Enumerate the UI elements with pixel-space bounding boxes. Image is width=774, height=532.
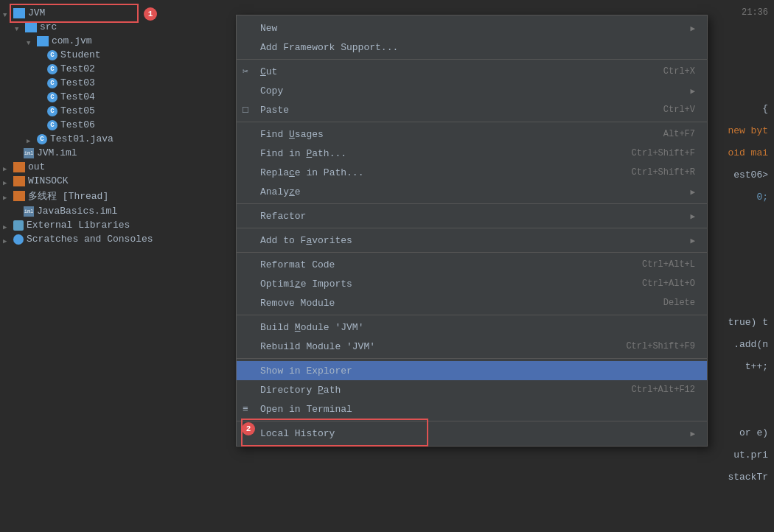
code-stack: stackTr [728, 472, 768, 483]
sidebar-item-label: Scratches and Consoles [27, 234, 153, 245]
menu-item-cut[interactable]: ✂ Cut Ctrl+X [237, 62, 707, 81]
menu-label-favorites: Add to Favorites [260, 235, 684, 246]
menu-item-add-framework[interactable]: Add Framework Support... [237, 38, 707, 57]
menu-item-dir-path[interactable]: Directory Path Ctrl+Alt+F12 [237, 380, 707, 399]
code-true: true) t [728, 317, 768, 328]
sidebar-item-label: Test04 [60, 91, 95, 102]
iml-icon: iml [24, 206, 34, 217]
menu-item-find-path[interactable]: Find in Path... Ctrl+Shift+F [237, 144, 707, 163]
java-icon: C [47, 120, 57, 130]
arrow-icon [27, 37, 35, 46]
iml-icon: iml [24, 148, 34, 158]
menu-label-add-framework: Add Framework Support... [260, 42, 695, 53]
menu-separator [237, 358, 707, 359]
menu-shortcut-rebuild: Ctrl+Shift+F9 [626, 341, 695, 351]
java-icon: C [47, 50, 57, 60]
scratches-icon [13, 234, 24, 245]
menu-item-analyze[interactable]: Analyze ▶ [237, 182, 707, 201]
sidebar-item-label: Test03 [60, 77, 95, 88]
java-icon: C [47, 64, 57, 74]
java-icon: C [47, 92, 57, 102]
menu-item-remove[interactable]: Remove Module Delete [237, 293, 707, 312]
menu-item-copy[interactable]: Copy ▶ [237, 81, 707, 100]
menu-separator [237, 421, 707, 421]
java-icon: C [47, 78, 57, 88]
sidebar-item-test02[interactable]: C Test02 [0, 62, 232, 76]
sidebar-item-test05[interactable]: C Test05 [0, 104, 232, 118]
menu-item-replace-path[interactable]: Replace in Path... Ctrl+Shift+R [237, 163, 707, 182]
menu-item-reformat[interactable]: Reformat Code Ctrl+Alt+L [237, 255, 707, 274]
menu-item-rebuild[interactable]: Rebuild Module 'JVM' Ctrl+Shift+F9 [237, 337, 707, 356]
menu-label-show-explorer: Show in Explorer [260, 365, 695, 377]
menu-shortcut-optimize: Ctrl+Alt+O [642, 279, 695, 289]
menu-shortcut-dir-path: Ctrl+Alt+F12 [632, 385, 695, 395]
code-catch: or e) [739, 427, 768, 438]
folder-icon [37, 36, 49, 46]
sidebar-item-jvmiml[interactable]: iml JVM.iml [0, 146, 232, 160]
menu-label-analyze: Analyze [260, 186, 684, 197]
sidebar-item-label: WINSOCK [28, 175, 69, 186]
menu-label-cut: Cut [260, 66, 652, 77]
sidebar-item-student[interactable]: C Student [0, 48, 232, 62]
menu-item-terminal[interactable]: ≡ Open in Terminal [237, 399, 707, 419]
menu-label-remove: Remove Module [260, 298, 652, 309]
sidebar-item-test01[interactable]: C Test01.java [0, 132, 232, 146]
menu-label-find-path: Find in Path... [260, 148, 620, 159]
menu-item-new[interactable]: New ▶ [237, 18, 707, 38]
code-inc: t++; [745, 361, 768, 372]
menu-shortcut-reformat: Ctrl+Alt+L [642, 259, 695, 270]
sidebar-item-label: Test01.java [50, 133, 114, 144]
menu-label-reformat: Reformat Code [260, 259, 630, 270]
paste-icon: □ [243, 105, 248, 116]
menu-item-local-history[interactable]: Local History ▶ [237, 424, 707, 443]
menu-label-find-usages: Find Usages [260, 129, 652, 140]
context-menu: New ▶ Add Framework Support... ✂ Cut Ctr… [236, 15, 708, 447]
menu-separator [237, 315, 707, 315]
sidebar-item-test03[interactable]: C Test03 [0, 76, 232, 90]
submenu-arrow-icon: ▶ [690, 236, 695, 245]
arrow-icon [3, 221, 12, 230]
menu-shortcut-find-usages: Alt+F7 [663, 129, 695, 139]
menu-item-show-explorer[interactable]: Show in Explorer [237, 361, 707, 380]
sidebar-item-ext-libraries[interactable]: External Libraries [0, 218, 232, 232]
sidebar-item-jvm[interactable]: JVM [0, 6, 232, 20]
cut-icon: ✂ [243, 66, 248, 77]
code-add: .add(n [733, 339, 768, 350]
arrow-icon [15, 23, 24, 32]
menu-shortcut-find-path: Ctrl+Shift+F [632, 148, 695, 158]
menu-item-refactor[interactable]: Refactor ▶ [237, 206, 707, 225]
arrow-icon [3, 9, 12, 18]
sidebar-item-javabasics[interactable]: iml JavaBasics.iml [0, 204, 232, 218]
sidebar-item-label: 多线程 [Thread] [28, 189, 108, 203]
menu-label-copy: Copy [260, 85, 684, 97]
sidebar-item-src[interactable]: src [0, 20, 232, 34]
code-est: est06> [733, 169, 768, 181]
sidebar-item-comjvm[interactable]: com.jvm [0, 34, 232, 48]
sidebar-item-label: out [28, 161, 45, 172]
sidebar-item-label: JVM.iml [37, 147, 77, 158]
sidebar-item-test04[interactable]: C Test04 [0, 90, 232, 104]
code-print: ut.pri [733, 449, 768, 461]
sidebar-item-multithread[interactable]: 多线程 [Thread] [0, 188, 232, 204]
sidebar: JVM src com.jvm C Student C Test02 C Tes… [0, 0, 232, 532]
java-icon: C [47, 106, 57, 116]
sidebar-item-scratches[interactable]: Scratches and Consoles [0, 232, 232, 246]
folder-icon [13, 191, 25, 201]
module-icon [13, 8, 25, 18]
menu-item-optimize[interactable]: Optimize Imports Ctrl+Alt+O [237, 274, 707, 293]
sidebar-item-out[interactable]: out [0, 160, 232, 174]
sidebar-item-test06[interactable]: C Test06 [0, 118, 232, 132]
menu-item-build[interactable]: Build Module 'JVM' [237, 318, 707, 337]
menu-label-refactor: Refactor [260, 211, 684, 222]
sidebar-item-winsock[interactable]: WINSOCK [0, 174, 232, 188]
menu-label-paste: Paste [260, 105, 652, 116]
menu-item-favorites[interactable]: Add to Favorites ▶ [237, 231, 707, 250]
menu-label-new: New [260, 23, 684, 34]
code-zero: 0; [756, 192, 768, 203]
sidebar-item-label: com.jvm [52, 35, 92, 46]
submenu-arrow-icon: ▶ [690, 211, 695, 221]
menu-item-find-usages[interactable]: Find Usages Alt+F7 [237, 125, 707, 144]
menu-label-rebuild: Rebuild Module 'JVM' [260, 341, 614, 352]
menu-item-paste[interactable]: □ Paste Ctrl+V [237, 100, 707, 119]
menu-label-replace-path: Replace in Path... [260, 167, 620, 178]
